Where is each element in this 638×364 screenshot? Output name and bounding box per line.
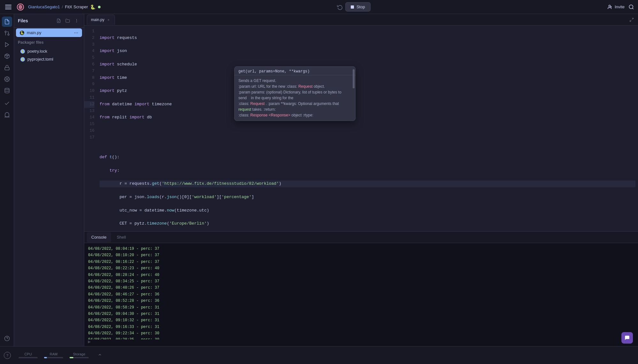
sidebar-item-secrets[interactable] bbox=[2, 63, 12, 73]
tab-label-main-py: main.py bbox=[91, 18, 104, 22]
editor-expand-button[interactable] bbox=[628, 16, 635, 24]
history-icon[interactable] bbox=[337, 2, 343, 11]
svg-marker-9 bbox=[5, 42, 9, 47]
stop-button[interactable]: Stop bbox=[345, 2, 371, 11]
storage-label: Storage bbox=[73, 352, 86, 356]
chat-fab-button[interactable] bbox=[621, 332, 633, 344]
file-panel: Files 🐍 main.py ⋯ Packager files 🐍 bbox=[14, 14, 84, 346]
autocomplete-tooltip: get(url, params=None, **kwargs) Sends a … bbox=[234, 66, 356, 121]
topbar-left: GianlucaSegato1 / FitX Scraper 🐍 bbox=[4, 3, 101, 11]
tab-main-py[interactable]: main.py × bbox=[87, 15, 115, 25]
topbar-center: Stop bbox=[104, 2, 604, 11]
packager-file-name-1: pyproject.toml bbox=[27, 57, 53, 62]
user-link[interactable]: GianlucaSegato1 bbox=[28, 4, 60, 9]
menu-button[interactable] bbox=[4, 3, 13, 11]
sidebar-item-ghost[interactable] bbox=[2, 110, 12, 120]
breadcrumb-separator: / bbox=[62, 4, 63, 9]
svg-point-21 bbox=[76, 22, 77, 22]
svg-point-19 bbox=[76, 19, 77, 19]
sidebar-item-vcs[interactable] bbox=[2, 28, 12, 38]
tooltip-param-url: :param url: URL for the new :class: Requ… bbox=[238, 84, 351, 89]
console-line: 04/08/2022, 08:34:25 - perc: 37 bbox=[88, 278, 634, 285]
ram-status: RAM bbox=[44, 352, 63, 358]
status-expand-button[interactable] bbox=[98, 353, 102, 358]
storage-status: Storage bbox=[70, 352, 89, 358]
code-editor[interactable]: 12345 678910 1112 1314151617 import requ… bbox=[84, 26, 638, 231]
tab-console[interactable]: Console bbox=[87, 232, 111, 242]
invite-button[interactable]: Invite bbox=[607, 4, 625, 10]
tooltip-signature: get(url, params=None, **kwargs) bbox=[235, 67, 355, 75]
console-prompt: ▷ bbox=[88, 339, 90, 344]
console-output[interactable]: 04/08/2022, 08:04:19 - perc: 3704/08/202… bbox=[84, 243, 638, 339]
sidebar-item-settings[interactable] bbox=[2, 74, 12, 84]
console-line: 04/08/2022, 08:28:24 - perc: 40 bbox=[88, 272, 634, 278]
status-bar: ? CPU RAM Storage bbox=[0, 346, 638, 364]
tab-console-label: Console bbox=[91, 235, 107, 240]
new-folder-button[interactable] bbox=[64, 17, 71, 24]
tab-shell[interactable]: Shell bbox=[112, 232, 131, 242]
stop-label: Stop bbox=[357, 4, 365, 9]
console-line: 04/08/2022, 09:04:30 - perc: 31 bbox=[88, 311, 634, 317]
packager-file-pyproject[interactable]: 🐍 pyproject.toml bbox=[14, 55, 84, 63]
storage-bar-fill bbox=[70, 357, 73, 358]
more-files-button[interactable] bbox=[73, 17, 80, 24]
panel-tabs: Console Shell bbox=[84, 232, 638, 243]
help-sidebar-button[interactable] bbox=[2, 333, 12, 344]
console-line: 04/08/2022, 08:40:26 - perc: 37 bbox=[88, 285, 634, 291]
console-line: 04/08/2022, 08:16:22 - perc: 37 bbox=[88, 259, 634, 265]
svg-line-22 bbox=[632, 18, 633, 19]
python-icon: 🐍 bbox=[90, 4, 95, 10]
sidebar-item-database[interactable] bbox=[2, 85, 12, 96]
console-line: 04/08/2022, 08:10:20 - perc: 37 bbox=[88, 252, 634, 258]
tab-close-main-py[interactable]: × bbox=[106, 18, 111, 22]
code-content[interactable]: import requests import json import sched… bbox=[97, 26, 638, 231]
stop-icon bbox=[351, 5, 354, 9]
svg-line-23 bbox=[630, 20, 631, 21]
storage-bar-track bbox=[70, 357, 89, 358]
ram-bar-track bbox=[44, 357, 63, 358]
search-button[interactable] bbox=[628, 4, 634, 10]
new-file-button[interactable] bbox=[55, 17, 62, 24]
svg-point-1 bbox=[609, 5, 610, 7]
file-more-button[interactable]: ⋯ bbox=[74, 30, 78, 35]
console-line: 04/08/2022, 09:16:33 - perc: 31 bbox=[88, 324, 634, 330]
cpu-status: CPU bbox=[19, 352, 38, 358]
svg-point-6 bbox=[8, 34, 9, 35]
tooltip-body: Sends a GET request. :param url: URL for… bbox=[235, 75, 355, 121]
tab-bar: main.py × bbox=[84, 14, 638, 26]
tooltip-return: :class: Response <Response> object :rtyp… bbox=[238, 112, 351, 118]
packager-file-name-0: poetry.lock bbox=[27, 49, 47, 54]
tooltip-scrollbar bbox=[353, 69, 355, 88]
sidebar-item-packages[interactable] bbox=[2, 51, 12, 61]
editor-area: main.py × 12345 678910 1112 1314151617 i… bbox=[84, 14, 638, 346]
svg-point-4 bbox=[629, 5, 633, 9]
sidebar-item-files[interactable] bbox=[2, 17, 12, 27]
tooltip-class-request: :class: Request . :param **kwargs: Optio… bbox=[238, 101, 351, 112]
main-layout: Files 🐍 main.py ⋯ Packager files 🐍 bbox=[0, 14, 638, 346]
svg-point-13 bbox=[6, 78, 8, 80]
cpu-bar-track bbox=[19, 357, 38, 358]
console-line: 04/08/2022, 08:46:27 - perc: 36 bbox=[88, 291, 634, 298]
help-icon: ? bbox=[6, 353, 8, 357]
python-file-icon: 🐍 bbox=[20, 31, 24, 35]
svg-line-5 bbox=[632, 8, 633, 9]
tooltip-desc: Sends a GET request. bbox=[238, 78, 351, 84]
console-line: 04/08/2022, 08:04:19 - perc: 37 bbox=[88, 246, 634, 252]
file-name-main-py: main.py bbox=[27, 30, 41, 35]
help-button[interactable]: ? bbox=[4, 352, 11, 359]
console-line: 04/08/2022, 08:58:29 - perc: 31 bbox=[88, 304, 634, 311]
console-line: 04/08/2022, 09:10:32 - perc: 31 bbox=[88, 317, 634, 323]
svg-point-20 bbox=[76, 20, 77, 21]
console-line: 04/08/2022, 09:28:35 - perc: 30 bbox=[88, 337, 634, 339]
packager-title: Packager files bbox=[18, 40, 44, 45]
packager-file-poetry[interactable]: 🐍 poetry.lock bbox=[14, 47, 84, 55]
svg-rect-12 bbox=[5, 67, 9, 70]
file-item-main-py[interactable]: 🐍 main.py ⋯ bbox=[16, 28, 82, 37]
svg-line-10 bbox=[6, 54, 8, 56]
file-panel-header: Files bbox=[14, 14, 84, 28]
sidebar-item-run[interactable] bbox=[2, 40, 12, 50]
project-name: FitX Scraper bbox=[65, 4, 88, 9]
sidebar-item-git[interactable] bbox=[2, 98, 12, 108]
replit-logo bbox=[16, 3, 25, 11]
invite-label: Invite bbox=[615, 4, 625, 9]
